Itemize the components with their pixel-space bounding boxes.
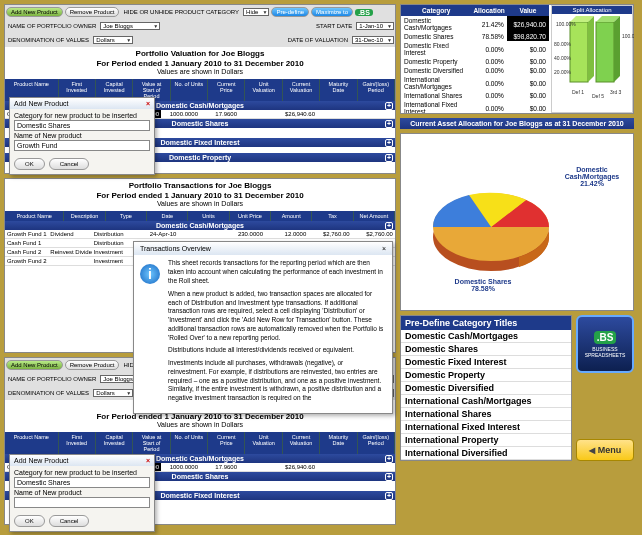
list-item[interactable]: International Cash/Mortgages (401, 395, 571, 408)
cell: 0.00% (471, 91, 506, 100)
predef-header: Pre-Define Category Titles (401, 316, 571, 330)
expand-icon[interactable]: + (385, 492, 393, 500)
cell: 24-Apr-10 (135, 230, 178, 238)
menu-button[interactable]: Menu (576, 439, 634, 461)
list-item[interactable]: International Shares (401, 408, 571, 421)
product-name-input[interactable] (14, 497, 150, 508)
table-row: International Cash/Mortgages0.00%$0.00 (401, 75, 549, 91)
list-item[interactable]: International Diversified (401, 447, 571, 460)
info-title: Transactions Overview (140, 244, 211, 253)
list-item[interactable]: Domestic Property (401, 369, 571, 382)
menu-label: Menu (598, 445, 622, 455)
cell: 0.00% (471, 57, 506, 66)
col: Unit Valuation (245, 79, 282, 101)
owner-field[interactable]: Joe Bloggs (100, 22, 160, 30)
info-p1: This sheet records transactions for the … (168, 259, 384, 285)
col: Gain/(loss) Period (358, 432, 395, 454)
x-label: Def 1 (572, 89, 584, 95)
list-item[interactable]: Domestic Shares (401, 343, 571, 356)
col: Current Valuation (283, 432, 320, 454)
expand-icon[interactable]: + (385, 222, 393, 230)
table-row: International Shares0.00%$0.00 (401, 91, 549, 100)
ok-button[interactable]: OK (14, 515, 45, 527)
valuation-title2: For Period ended 1 January 2010 to 31 De… (7, 59, 393, 69)
pie-chart: DomesticCash/Mortgages21.42% Domestic Sh… (400, 133, 634, 311)
val-date-field[interactable]: 31-Dec-10 (352, 36, 394, 44)
cell: 17.9600 (200, 110, 239, 118)
add-product-dialog-2: Add New Product× Category for new produc… (9, 454, 155, 532)
svg-rect-0 (570, 22, 588, 82)
th-alloc: Allocation (471, 5, 506, 16)
col: Current Valuation (283, 79, 320, 101)
denom-field[interactable]: Dollars (93, 36, 133, 44)
cell: $26,940.60 (278, 110, 317, 118)
svg-text:20.00%: 20.00% (554, 69, 572, 75)
col: Gain/(loss) Period (358, 79, 395, 101)
bar-label: 100.00% (622, 33, 634, 39)
cell (317, 110, 356, 118)
category-input[interactable] (14, 120, 150, 131)
transactions-panel: Portfolio Transactions for Joe Bloggs Fo… (4, 178, 396, 353)
svg-rect-3 (596, 22, 614, 82)
close-icon[interactable]: × (382, 244, 386, 253)
table-row: Domestic Cash/Mortgages21.42%$26,940.00 (401, 16, 549, 32)
bs-badge-large: .BS (594, 331, 617, 344)
add-product-button[interactable]: Add New Product (6, 360, 63, 370)
info-dialog: Transactions Overview× i This sheet reco… (133, 241, 393, 414)
hide-dropdown[interactable]: Hide (243, 8, 269, 16)
expand-icon[interactable]: + (385, 102, 393, 110)
close-icon[interactable]: × (146, 100, 150, 107)
band-cash2: Domestic Cash/Mortgages+ (5, 221, 395, 230)
col: Type (106, 211, 147, 221)
valuation-title3: Values are shown in Dollars (7, 68, 393, 76)
cell: $0.00 (507, 57, 549, 66)
cancel-button[interactable]: Cancel (49, 158, 90, 170)
predefine-button[interactable]: Pre-define (271, 7, 309, 17)
cell: Growth Fund 1 (5, 230, 48, 238)
svg-text:40.00%: 40.00% (554, 55, 572, 61)
close-icon[interactable]: × (146, 457, 150, 464)
expand-icon[interactable]: + (385, 455, 393, 463)
add-product-button[interactable]: Add New Product (6, 7, 63, 17)
expand-icon[interactable]: + (385, 473, 393, 481)
col: First Invested (59, 432, 96, 454)
remove-product-button[interactable]: Remove Product (65, 7, 120, 17)
list-item[interactable]: Domestic Diversified (401, 382, 571, 395)
remove-product-button[interactable]: Remove Product (65, 360, 120, 370)
col: No. of Units (171, 432, 208, 454)
th-cat: Category (401, 5, 471, 16)
col: No. of Units (171, 79, 208, 101)
cell: International Fixed Interest (401, 100, 471, 113)
cancel-button[interactable]: Cancel (49, 515, 90, 527)
band-label: Domestic Shares (172, 120, 229, 127)
ok-button[interactable]: OK (14, 158, 45, 170)
list-item[interactable]: Domestic Cash/Mortgages (401, 330, 571, 343)
valuation-panel: Add New Product Remove Product HIDE OR U… (4, 4, 396, 174)
cell: 0.00% (471, 75, 506, 91)
list-item[interactable]: International Property (401, 434, 571, 447)
maximize-button[interactable]: Maximize to (311, 7, 353, 17)
product-name-input[interactable] (14, 140, 150, 151)
col: Description (64, 211, 105, 221)
col: Capital Invested (96, 432, 133, 454)
cell: $2,760.00 (308, 230, 351, 238)
category-input[interactable] (14, 477, 150, 488)
list-item[interactable]: Domestic Fixed Interest (401, 356, 571, 369)
bs-logo: .BS BUSINESSSPREADSHEETS (576, 315, 634, 373)
expand-icon[interactable]: + (385, 154, 393, 162)
list-item[interactable]: International Fixed Interest (401, 421, 571, 434)
expand-icon[interactable]: + (385, 139, 393, 147)
denom-field[interactable]: Dollars (93, 389, 133, 397)
start-date-field[interactable]: 1-Jan-10 (356, 22, 394, 30)
trans-title2: For Period ended 1 January 2010 to 31 De… (7, 191, 393, 201)
expand-icon[interactable]: + (385, 120, 393, 128)
trans-title1: Portfolio Transactions for Joe Bloggs (7, 181, 393, 191)
table-row: Domestic Shares78.58%$98,820.70 (401, 32, 549, 41)
bar-label: 100.00% (556, 21, 576, 27)
allocation-panel: Category Allocation Value Domestic Cash/… (400, 4, 634, 114)
info-icon: i (140, 264, 160, 284)
field2-label: Name of New product (14, 132, 150, 139)
add-product-dialog: Add New Product× Category for new produc… (9, 97, 155, 175)
cell: $0.00 (507, 66, 549, 75)
right-bottom: Pre-Define Category Titles Domestic Cash… (400, 315, 634, 461)
